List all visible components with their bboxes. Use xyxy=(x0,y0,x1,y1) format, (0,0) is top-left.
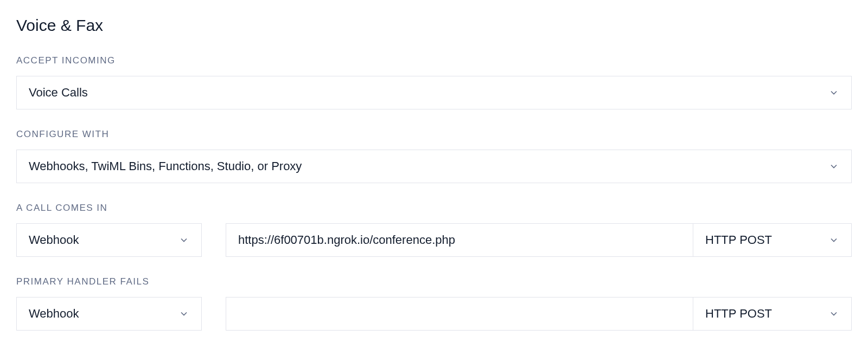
call-comes-in-url-input[interactable] xyxy=(226,223,693,257)
chevron-down-icon xyxy=(178,235,189,245)
primary-handler-fails-method-value: HTTP POST xyxy=(705,307,772,321)
chevron-down-icon xyxy=(828,308,839,319)
call-comes-in-group: A CALL COMES IN Webhook HTTP POST xyxy=(16,203,852,257)
call-comes-in-method-select[interactable]: HTTP POST xyxy=(693,223,852,257)
configure-with-value: Webhooks, TwiML Bins, Functions, Studio,… xyxy=(29,159,302,173)
chevron-down-icon xyxy=(178,308,189,319)
chevron-down-icon xyxy=(828,235,839,245)
primary-handler-fails-type-select[interactable]: Webhook xyxy=(16,297,202,331)
chevron-down-icon xyxy=(828,161,839,172)
primary-handler-fails-type-value: Webhook xyxy=(29,307,79,321)
accept-incoming-group: ACCEPT INCOMING Voice Calls xyxy=(16,55,852,109)
accept-incoming-label: ACCEPT INCOMING xyxy=(16,55,852,66)
accept-incoming-value: Voice Calls xyxy=(29,86,88,100)
configure-with-group: CONFIGURE WITH Webhooks, TwiML Bins, Fun… xyxy=(16,129,852,183)
call-comes-in-method-value: HTTP POST xyxy=(705,233,772,247)
accept-incoming-select[interactable]: Voice Calls xyxy=(16,76,852,109)
call-comes-in-label: A CALL COMES IN xyxy=(16,203,852,214)
primary-handler-fails-method-select[interactable]: HTTP POST xyxy=(693,297,852,331)
chevron-down-icon xyxy=(828,87,839,98)
configure-with-label: CONFIGURE WITH xyxy=(16,129,852,140)
primary-handler-fails-url-input[interactable] xyxy=(226,297,693,331)
call-comes-in-type-value: Webhook xyxy=(29,233,79,247)
primary-handler-fails-label: PRIMARY HANDLER FAILS xyxy=(16,276,852,287)
call-comes-in-type-select[interactable]: Webhook xyxy=(16,223,202,257)
configure-with-select[interactable]: Webhooks, TwiML Bins, Functions, Studio,… xyxy=(16,150,852,183)
primary-handler-fails-group: PRIMARY HANDLER FAILS Webhook HTTP POST xyxy=(16,276,852,331)
section-title: Voice & Fax xyxy=(16,16,852,35)
